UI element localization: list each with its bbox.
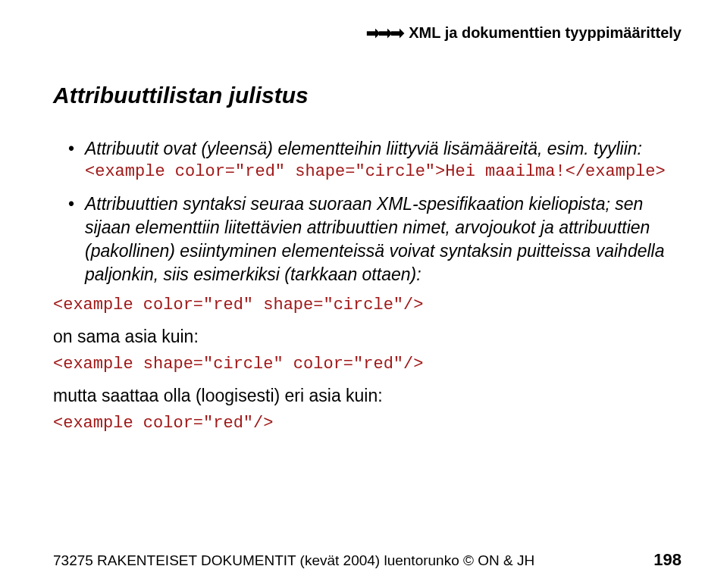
bullet-item-2: Attribuuttien syntaksi seuraa suoraan XM… (68, 192, 682, 286)
page-number: 198 (653, 550, 682, 570)
page-container: ➡ ➡ ➡ XML ja dokumenttien tyyppimääritte… (0, 0, 727, 588)
header-text: XML ja dokumenttien tyyppimäärittely (409, 24, 682, 42)
bullet-text-1: Attribuutit ovat (yleensä) elementteihin… (85, 139, 642, 158)
bullet-item-1: Attribuutit ovat (yleensä) elementteihin… (68, 137, 682, 183)
arrows-icon: ➡ ➡ ➡ (366, 25, 403, 42)
bullet-text-2: Attribuuttien syntaksi seuraa suoraan XM… (85, 194, 665, 284)
page-footer: 73275 RAKENTEISET DOKUMENTIT (kevät 2004… (53, 550, 682, 570)
bullet-list: Attribuutit ovat (yleensä) elementteihin… (53, 137, 682, 286)
code-example-1: <example color="red" shape="circle"/> (53, 296, 682, 314)
bullet-code-1: <example color="red" shape="circle">Hei … (85, 161, 682, 183)
code-label-2: mutta saattaa olla (loogisesti) eri asia… (53, 384, 682, 408)
footer-text: 73275 RAKENTEISET DOKUMENTIT (kevät 2004… (53, 552, 534, 569)
page-header: ➡ ➡ ➡ XML ja dokumenttien tyyppimääritte… (53, 24, 682, 42)
section-title: Attribuuttilistan julistus (53, 83, 682, 108)
code-example-2: <example shape="circle" color="red"/> (53, 355, 682, 374)
code-example-3: <example color="red"/> (53, 414, 682, 433)
code-label-1: on sama asia kuin: (53, 325, 682, 349)
